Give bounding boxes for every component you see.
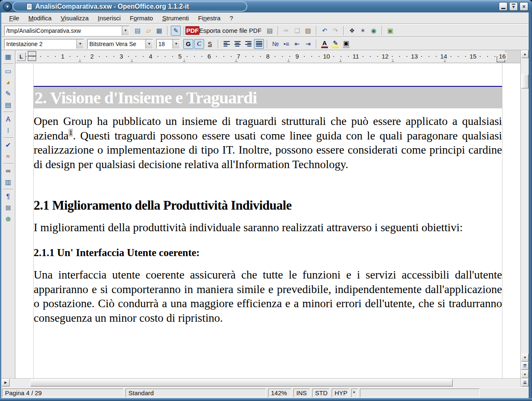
tab-stop-marker[interactable]: ⊥ <box>234 58 238 63</box>
scroll-up-button[interactable]: ▲ <box>521 50 529 58</box>
insert-fields-button[interactable]: A <box>2 114 14 125</box>
status-hyperlink-mode[interactable]: HYP <box>332 389 349 397</box>
print-button[interactable]: ▤ <box>265 26 275 36</box>
increase-indent-button[interactable]: ⇥ <box>303 39 313 49</box>
font-name-combobox[interactable]: Bitstream Vera Se ▼ <box>87 39 153 49</box>
graphics-onoff-button[interactable]: ⊠ <box>2 202 14 213</box>
document-canvas[interactable]: 2. Visione d'Insieme e Traguardi Open Gr… <box>34 64 502 325</box>
window-menu-button[interactable]: ▼ <box>3 2 12 11</box>
tab-stop-marker[interactable]: ⊥ <box>339 58 342 63</box>
nonprinting-chars-button[interactable]: ¶ <box>2 191 14 202</box>
first-line-indent-marker[interactable] <box>28 51 36 56</box>
spellcheck-abc-icon: ✔ <box>5 142 11 149</box>
scroll-right-button[interactable]: ▶ <box>2 379 10 386</box>
align-center-button[interactable] <box>232 39 242 49</box>
horizontal-scrollbar[interactable]: ◀ ▶ <box>1 378 520 386</box>
previous-page-button[interactable]: ⇈ <box>521 362 529 370</box>
navigation-button[interactable]: ● <box>521 370 529 378</box>
url-combobox[interactable]: /tmp/AnalisiComparativa.sxw ▼ <box>4 26 129 36</box>
status-zoom-level[interactable]: 142% <box>268 389 291 397</box>
status-page-number[interactable]: Pagina 4 / 29 <box>2 389 123 397</box>
numbered-list-button[interactable]: № <box>271 39 281 49</box>
align-right-button[interactable] <box>243 39 253 49</box>
tab-type-selector[interactable]: L <box>17 52 26 61</box>
menu-formato[interactable]: Formato <box>125 13 158 23</box>
export-pdf-button[interactable]: PDF <box>187 26 197 36</box>
cut-button[interactable]: ✂ <box>281 26 291 36</box>
edit-file-button[interactable]: ✎ <box>171 26 181 36</box>
left-indent-marker[interactable] <box>28 56 36 61</box>
justify-button[interactable] <box>254 39 264 49</box>
status-page-style[interactable]: Standard <box>126 389 266 397</box>
bullet-list-button[interactable]: •≡ <box>281 39 291 49</box>
chevron-down-icon[interactable]: ▼ <box>145 39 153 49</box>
chevron-down-icon[interactable]: ▼ <box>172 39 180 49</box>
save-document-button[interactable]: ▦ <box>154 26 164 36</box>
menu-modifica[interactable]: Modifica <box>24 13 56 23</box>
menu-strumenti[interactable]: Strumenti <box>158 13 193 23</box>
minimize-button[interactable] <box>499 2 507 11</box>
horizontal-scroll-thumb[interactable] <box>30 379 453 386</box>
toolbar-separator <box>382 26 382 35</box>
chevron-down-icon[interactable]: ▼ <box>122 26 129 35</box>
auto-spellcheck-button[interactable]: ≈ <box>2 151 14 162</box>
bold-button[interactable]: G <box>183 39 193 49</box>
online-layout-button[interactable]: ⊕ <box>2 213 14 225</box>
navigator-button[interactable]: ❖ <box>347 26 357 36</box>
direct-cursor-button[interactable]: I <box>2 125 14 136</box>
menu-finestra[interactable]: Finestra <box>193 13 225 23</box>
vertical-scrollbar[interactable]: ▲ ▼ ⇈ ● ⇊ <box>520 50 529 386</box>
scroll-down-button[interactable]: ▼ <box>521 354 529 362</box>
italic-button[interactable]: C <box>194 39 204 49</box>
redo-button[interactable]: ↷ <box>330 26 340 36</box>
insert-frame-button[interactable]: ▭ <box>2 66 14 77</box>
data-table-icon: ▥ <box>5 179 11 186</box>
footnote-reference[interactable]: 1 <box>69 129 73 137</box>
draw-functions-button[interactable]: ✎ <box>2 88 14 99</box>
paragraph-background-button[interactable]: ▣ <box>341 39 351 49</box>
highlight-button[interactable]: ✎ <box>330 39 340 49</box>
hyperlink-dialog-button[interactable]: ✶ <box>358 26 368 36</box>
tab-stop-marker[interactable]: ⊥ <box>391 58 395 63</box>
maximize-button[interactable]: ▼ <box>509 2 518 11</box>
document-view[interactable]: 2. Visione d'Insieme e Traguardi Open Gr… <box>15 64 520 378</box>
tab-stop-marker[interactable]: ⊥ <box>182 58 186 63</box>
horizontal-ruler[interactable]: L 12345678910111213141516⊥⊥⊥⊥⊥⊥⊥⊥ <box>15 50 520 63</box>
gallery-button[interactable]: ◉ <box>369 26 379 36</box>
menu-visualizza[interactable]: Visualizza <box>56 13 93 23</box>
insert-object-button[interactable]: ◕ <box>2 77 14 88</box>
heading-section: 2.1 Miglioramento della Produttività Ind… <box>34 198 502 213</box>
next-page-button[interactable]: ⇊ <box>521 379 529 386</box>
align-left-button[interactable] <box>222 39 232 49</box>
title-bar[interactable]: ▼ AnalisiComparativa.sxw - OpenOffice.or… <box>0 0 532 12</box>
insert-table-button[interactable]: ▦ <box>2 51 14 62</box>
menu-file[interactable]: File <box>5 13 24 23</box>
insert-picture-button[interactable]: ▣ <box>385 26 395 36</box>
data-sources-button[interactable]: ▥ <box>2 176 14 188</box>
open-document-button[interactable]: ▱ <box>143 26 153 36</box>
form-functions-button[interactable]: ▤ <box>2 99 14 110</box>
copy-button[interactable]: ❏ <box>292 26 302 36</box>
right-arrow-icon: ▶ <box>4 381 7 384</box>
status-insert-mode[interactable]: INS <box>293 389 310 397</box>
paragraph-style-combobox[interactable]: Intestazione 2 ▼ <box>4 39 84 49</box>
status-selection-mode[interactable]: STD <box>312 389 330 397</box>
font-color-button[interactable]: A <box>320 39 330 49</box>
spellcheck-button[interactable]: ✔ <box>2 139 14 151</box>
menu-inserisci[interactable]: Inserisci <box>93 13 125 23</box>
paste-button[interactable]: ▧ <box>303 26 313 36</box>
font-size-combobox[interactable]: 18 ▼ <box>156 39 180 49</box>
vertical-scroll-thumb[interactable] <box>521 74 529 88</box>
tab-stop-marker[interactable]: ⊥ <box>443 58 447 63</box>
chevron-down-icon[interactable]: ▼ <box>76 39 84 49</box>
tab-stop-marker[interactable]: ⊥ <box>130 58 134 63</box>
new-document-button[interactable]: ▤ <box>133 26 143 36</box>
tab-stop-marker[interactable]: ⊥ <box>287 58 291 63</box>
decrease-indent-button[interactable]: ⇤ <box>292 39 302 49</box>
menu-aiuto[interactable]: ? <box>225 13 238 23</box>
find-replace-button[interactable]: ∞ <box>2 165 14 176</box>
close-button[interactable]: × <box>520 2 528 11</box>
tab-stop-marker[interactable]: ⊥ <box>78 58 82 63</box>
undo-button[interactable]: ↶ <box>320 26 330 36</box>
underline-button[interactable]: S <box>205 39 215 49</box>
